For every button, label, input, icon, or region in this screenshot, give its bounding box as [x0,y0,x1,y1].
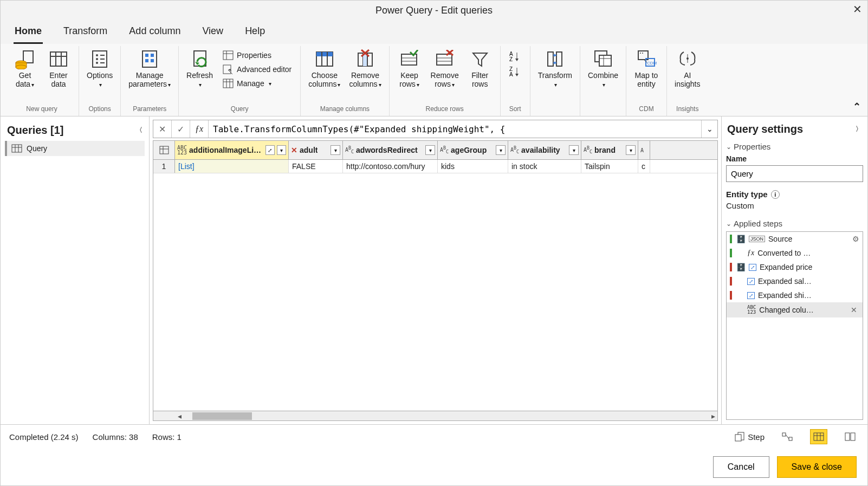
fx-step-icon: ƒx [747,249,754,257]
collapse-queries-icon[interactable]: 〈 [136,126,142,135]
get-data-button[interactable]: Get data▾ [10,46,40,92]
filter-rows-button[interactable]: Filter rows [465,46,495,90]
svg-rect-26 [223,79,233,88]
group-label-combine [602,103,604,116]
choose-columns-icon [314,48,335,70]
map-to-entity-button[interactable]: CDM Map to entity [632,46,661,90]
query-name-input[interactable] [726,165,863,182]
manage-query-button[interactable]: Manage ▾ [219,77,295,89]
column-filter-icon[interactable]: ▾ [425,145,435,155]
remove-columns-label: Remove columns [349,71,379,88]
schema-view-button[interactable] [841,429,859,444]
svg-rect-92 [851,433,855,440]
column-header-adult[interactable]: ✕adult▾ [289,141,343,159]
formula-accept-icon[interactable]: ✓ [172,120,190,138]
manage-query-label: Manage [237,79,264,88]
cell[interactable]: Tailspin [581,160,638,173]
column-header-ageGroup[interactable]: ABCageGroup▾ [438,141,508,159]
keep-rows-button[interactable]: Keep rows▾ [395,46,424,92]
horizontal-scrollbar[interactable]: ◂ ▸ [153,411,717,420]
step-source[interactable]: 🗄️ JSON Source ⚙ [727,232,863,246]
column-filter-icon[interactable]: ▾ [277,145,286,155]
tab-help[interactable]: Help [244,22,266,44]
combine-icon [592,48,614,70]
delete-step-icon[interactable]: ✕ [848,306,859,314]
query-item-label: Query [27,144,47,153]
cell[interactable]: http://contoso.com/hury [343,160,438,173]
collapse-settings-icon[interactable]: 〉 [856,125,862,134]
formula-cancel-icon[interactable]: ✕ [153,120,172,138]
formula-expand-icon[interactable]: ⌄ [701,120,717,138]
step-label: Expanded price [760,263,812,271]
combine-button[interactable]: Combine▾ [586,46,620,92]
cell[interactable]: in stock [508,160,581,173]
save-close-button[interactable]: Save & close [777,456,857,478]
column-header-additionalImageLinks[interactable]: ABC123additionalImageLinks⤢▾ [175,141,289,159]
remove-columns-button[interactable]: Remove columns▾ [347,46,383,92]
options-icon [89,48,111,70]
tab-home[interactable]: Home [14,22,43,44]
step-expanded-shi[interactable]: ⤢ Expanded shi… [727,288,863,302]
text-type-icon: A [640,148,644,153]
transform-button[interactable]: Transform▾ [536,46,574,92]
query-item[interactable]: Query [5,141,145,156]
row-number[interactable]: 1 [153,160,175,173]
column-header-availability[interactable]: ABCavailability▾ [508,141,581,159]
ai-insights-button[interactable]: AI insights [672,46,702,90]
column-filter-icon[interactable]: ▾ [496,145,506,155]
status-rows: Rows: 1 [152,432,182,442]
diagram-view-button[interactable] [779,429,796,444]
remove-rows-button[interactable]: Remove rows▾ [429,46,461,92]
column-header-adwordsRedirect[interactable]: ABCadwordsRedirect▾ [343,141,438,159]
status-bar: Completed (2.24 s) Columns: 38 Rows: 1 S… [1,424,867,449]
cancel-button[interactable]: Cancel [713,456,769,478]
step-changed-column[interactable]: ABC123 Changed colu… ✕ [727,302,863,317]
cell[interactable]: kids [438,160,508,173]
step-icon[interactable]: Step [735,432,765,442]
column-filter-icon[interactable]: ▾ [626,145,636,155]
cell[interactable]: FALSE [289,160,343,173]
sort-asc-button[interactable]: AZ [506,49,524,63]
collapse-ribbon-icon[interactable]: ⌃ [853,101,861,113]
refresh-button[interactable]: Refresh▾ [184,46,215,92]
properties-label: Properties [237,51,271,60]
sort-desc-button[interactable]: ZA [506,64,524,79]
column-filter-icon[interactable]: ▾ [331,145,340,155]
column-filter-icon[interactable]: ▾ [569,145,579,155]
close-icon[interactable]: ✕ [853,3,862,16]
svg-rect-4 [50,52,67,66]
info-icon[interactable]: i [771,190,780,199]
applied-steps-toggle[interactable]: ⌄Applied steps [726,219,863,228]
svg-rect-15 [142,51,157,67]
step-expanded-price[interactable]: 🗄️ ⤢ Expanded price [727,260,863,274]
gear-icon[interactable]: ⚙ [852,235,859,243]
options-button[interactable]: Options▾ [85,46,115,92]
expand-column-icon[interactable]: ⤢ [265,145,275,155]
cell[interactable]: c [638,160,650,173]
grid-corner[interactable] [153,141,175,159]
scroll-left-icon[interactable]: ◂ [175,412,184,420]
step-expanded-sal[interactable]: ⤢ Expanded sal… [727,274,863,288]
column-header-brand[interactable]: ABCbrand▾ [581,141,638,159]
scroll-thumb[interactable] [192,412,252,420]
properties-section-toggle[interactable]: ⌄Properties [726,142,863,151]
choose-columns-button[interactable]: Choose columns▾ [306,46,342,92]
fx-icon[interactable]: ƒx [190,120,209,138]
ai-insights-label: AI insights [675,71,700,88]
properties-button[interactable]: Properties [219,49,295,61]
entity-type-value: Custom [726,201,863,210]
enter-data-button[interactable]: Enter data [44,46,73,90]
formula-input[interactable] [209,121,701,138]
manage-parameters-button[interactable]: Manage parameters▾ [126,46,173,92]
applied-steps-label: Applied steps [734,219,782,228]
advanced-editor-button[interactable]: Advanced editor [219,63,295,75]
scroll-right-icon[interactable]: ▸ [709,412,717,420]
table-row[interactable]: 1[List]FALSEhttp://contoso.com/hurykidsi… [153,160,717,173]
cell[interactable]: [List] [175,160,289,173]
column-header-more[interactable]: A [638,141,650,159]
tab-add-column[interactable]: Add column [128,22,182,44]
grid-view-button[interactable] [810,429,827,444]
step-converted[interactable]: ƒx Converted to … [727,246,863,260]
tab-view[interactable]: View [201,22,224,44]
tab-transform[interactable]: Transform [62,22,108,44]
